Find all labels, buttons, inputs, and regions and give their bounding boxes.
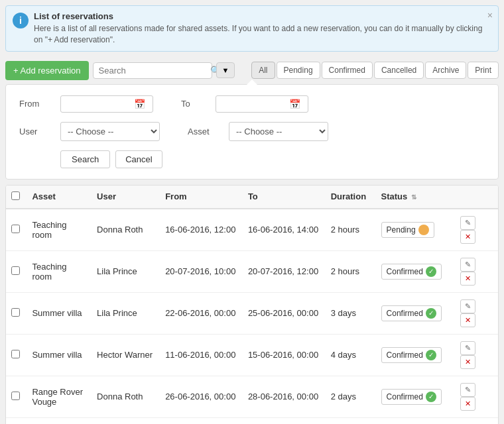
info-icon: i [13, 13, 29, 28]
row-duration: 2 days [326, 376, 376, 417]
to-date-input[interactable] [220, 99, 286, 109]
search-dropdown-button[interactable]: ▼ [216, 62, 235, 78]
edit-button[interactable]: ✎ [460, 258, 475, 272]
row-from: 16-06-2016, 12:00 [160, 209, 243, 251]
from-date-input[interactable] [65, 99, 131, 109]
search-box: 🔍 [93, 62, 212, 79]
row-user: Lila Prince [92, 292, 160, 334]
header-duration: Duration [326, 186, 376, 209]
row-checkbox-cell [6, 376, 27, 417]
asset-select[interactable]: -- Choose -- [229, 122, 328, 141]
status-badge: Pending [381, 222, 434, 238]
filter-confirmed-button[interactable]: Confirmed [322, 62, 373, 79]
row-asset: Summer villa [27, 292, 92, 334]
row-status: Confirmed ✓ [376, 250, 455, 292]
table-row: Summer villa Lila Prince 22-06-2016, 00:… [6, 292, 498, 334]
row-checkbox[interactable] [11, 392, 20, 400]
reservations-table: Asset User From To Duration Status ⇅ Tea… [6, 186, 498, 424]
row-checkbox-cell [6, 334, 27, 376]
edit-button[interactable]: ✎ [460, 216, 475, 230]
row-checkbox[interactable] [11, 225, 20, 233]
row-user: Lila Prince [92, 250, 160, 292]
filter-buttons: All Pending Confirmed Cancelled Archive … [251, 62, 499, 79]
edit-button[interactable]: ✎ [460, 341, 475, 355]
header-to: To [243, 186, 326, 209]
header-actions [455, 186, 498, 209]
table-row: Teaching room Donna Roth 16-06-2016, 12:… [6, 209, 498, 251]
asset-label: Asset [188, 127, 221, 136]
status-badge: Confirmed ✓ [381, 389, 442, 405]
search-input[interactable] [99, 66, 210, 76]
reservations-table-container: Asset User From To Duration Status ⇅ Tea… [5, 185, 499, 424]
status-badge: Confirmed ✓ [381, 347, 442, 363]
row-to: 09-06-2016, 05:00 [243, 417, 326, 424]
row-to: 15-06-2016, 00:00 [243, 334, 326, 376]
status-icon-confirmed: ✓ [426, 392, 436, 402]
row-duration: 4 days [326, 334, 376, 376]
page-wrapper: i List of reservations Here is a list of… [0, 0, 504, 424]
row-checkbox-cell [6, 250, 27, 292]
row-asset: Teaching room [27, 250, 92, 292]
table-body: Teaching room Donna Roth 16-06-2016, 12:… [6, 209, 498, 424]
delete-button[interactable]: ✕ [460, 313, 475, 327]
row-to: 28-06-2016, 00:00 [243, 376, 326, 417]
row-checkbox[interactable] [11, 266, 20, 275]
status-icon-pending [418, 225, 429, 235]
select-all-checkbox[interactable] [11, 191, 20, 200]
to-date-input-wrapper: 📅 [216, 95, 308, 113]
filter-print-button[interactable]: Print [468, 62, 499, 79]
row-to: 20-07-2016, 12:00 [243, 250, 326, 292]
filter-cancel-button[interactable]: Cancel [115, 150, 162, 168]
filter-archive-button[interactable]: Archive [425, 62, 466, 79]
from-label: From [19, 99, 52, 109]
delete-button[interactable]: ✕ [460, 355, 475, 369]
status-icon-confirmed: ✓ [426, 350, 436, 360]
row-duration: 2 hours [326, 209, 376, 251]
edit-button[interactable]: ✎ [460, 383, 475, 397]
banner-content: List of reservations Here is a list of a… [34, 11, 491, 46]
status-icon-confirmed: ✓ [426, 266, 436, 277]
filter-pending-button[interactable]: Pending [277, 62, 320, 79]
row-checkbox[interactable] [11, 350, 20, 358]
row-status: Confirmed ✓ [376, 334, 455, 376]
edit-button[interactable]: ✎ [460, 299, 475, 313]
filter-all-button[interactable]: All [251, 62, 275, 79]
row-from: 20-07-2016, 10:00 [160, 250, 243, 292]
header-status[interactable]: Status ⇅ [376, 186, 455, 209]
delete-button[interactable]: ✕ [460, 230, 475, 244]
row-user: Hector Warner [92, 334, 160, 376]
status-badge: Confirmed ✓ [381, 264, 442, 280]
row-asset: Summer villa [27, 334, 92, 376]
user-select[interactable]: -- Choose -- [60, 122, 160, 141]
row-actions: ✎ ✕ [455, 209, 498, 251]
table-row: Range Rover Vouge Lila Prince 08-06-2016… [6, 417, 498, 424]
row-duration: 2 hours [326, 250, 376, 292]
row-status: Confirmed ✓ [376, 417, 455, 424]
user-label: User [19, 127, 52, 136]
from-date-input-wrapper: 📅 [60, 95, 153, 113]
status-badge: Confirmed ✓ [381, 305, 442, 321]
from-calendar-icon: 📅 [134, 99, 145, 109]
filter-search-button[interactable]: Search [60, 150, 110, 168]
filter-row-user-asset: User -- Choose -- Asset -- Choose -- [19, 122, 485, 141]
table-row: Teaching room Lila Prince 20-07-2016, 10… [6, 250, 498, 292]
add-reservation-button[interactable]: + Add reservation [5, 61, 89, 80]
to-calendar-icon: 📅 [289, 99, 300, 109]
row-user: Donna Roth [92, 376, 160, 417]
row-actions: ✎ ✕ [455, 292, 498, 334]
status-icon-confirmed: ✓ [426, 308, 436, 319]
row-checkbox-cell [6, 292, 27, 334]
row-checkbox[interactable] [11, 308, 20, 317]
delete-button[interactable]: ✕ [460, 272, 475, 286]
row-actions: ✎ ✕ [455, 250, 498, 292]
header-checkbox-cell [6, 186, 27, 209]
delete-button[interactable]: ✕ [460, 397, 475, 411]
filter-panel: From 📅 To 📅 User -- Choose -- Asset -- C… [5, 84, 499, 180]
row-from: 22-06-2016, 00:00 [160, 292, 243, 334]
banner-title: List of reservations [34, 11, 491, 21]
filter-row-dates: From 📅 To 📅 [19, 95, 485, 113]
row-checkbox-cell [6, 417, 27, 424]
row-to: 25-06-2016, 00:00 [243, 292, 326, 334]
filter-cancelled-button[interactable]: Cancelled [374, 62, 424, 79]
banner-close-button[interactable]: × [487, 10, 493, 21]
